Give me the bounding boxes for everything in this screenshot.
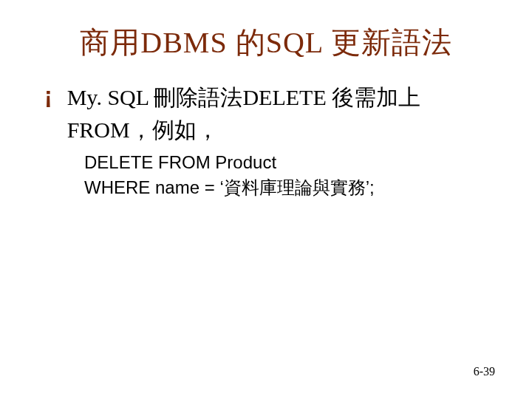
code-line-1: DELETE FROM Product [84, 150, 502, 175]
bullet-marker: ¡ [44, 81, 52, 109]
code-block: DELETE FROM Product WHERE name = ‘資料庫理論與… [84, 150, 502, 200]
body-text: My. SQL 刪除語法DELETE 後需加上FROM，例如， [67, 81, 502, 146]
page-number: 6-39 [474, 365, 495, 378]
slide-title: 商用DBMS 的SQL 更新語法 [30, 22, 502, 63]
slide: 商用DBMS 的SQL 更新語法 ¡ My. SQL 刪除語法DELETE 後需… [0, 0, 532, 399]
bullet-item: ¡ My. SQL 刪除語法DELETE 後需加上FROM，例如， [44, 81, 502, 146]
code-line-2: WHERE name = ‘資料庫理論與實務’; [84, 175, 502, 200]
